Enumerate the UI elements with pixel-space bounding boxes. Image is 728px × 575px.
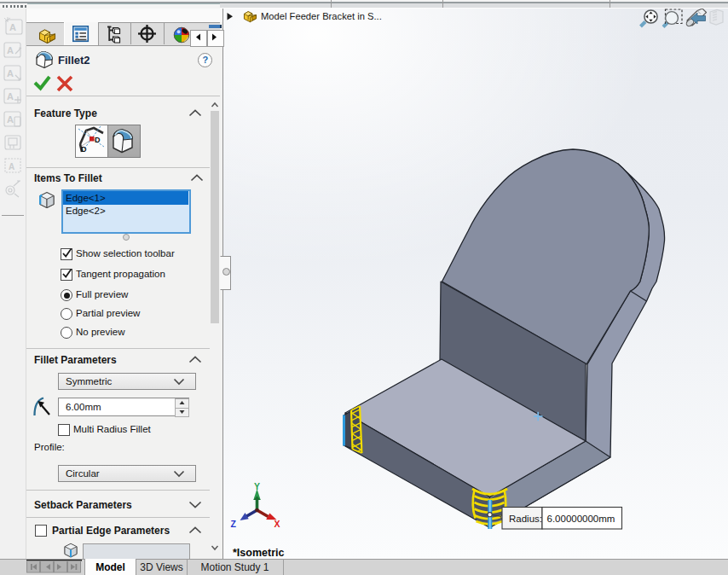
svg-text:A: A — [9, 162, 14, 171]
svg-text:D: D — [81, 145, 87, 154]
svg-text:Y: Y — [254, 481, 260, 491]
svg-text:A: A — [7, 45, 14, 55]
svg-text:A: A — [9, 22, 16, 32]
svg-text:*Isometric: *Isometric — [233, 547, 284, 559]
svg-text:Z: Z — [231, 519, 237, 529]
svg-text:D: D — [95, 136, 101, 144]
svg-text:A: A — [7, 68, 14, 78]
svg-text:6.00000000mm: 6.00000000mm — [547, 514, 615, 524]
svg-text:A: A — [7, 114, 14, 125]
svg-text:A: A — [7, 91, 14, 102]
svg-text:X: X — [274, 519, 280, 529]
svg-text:Radius:: Radius: — [509, 514, 542, 524]
